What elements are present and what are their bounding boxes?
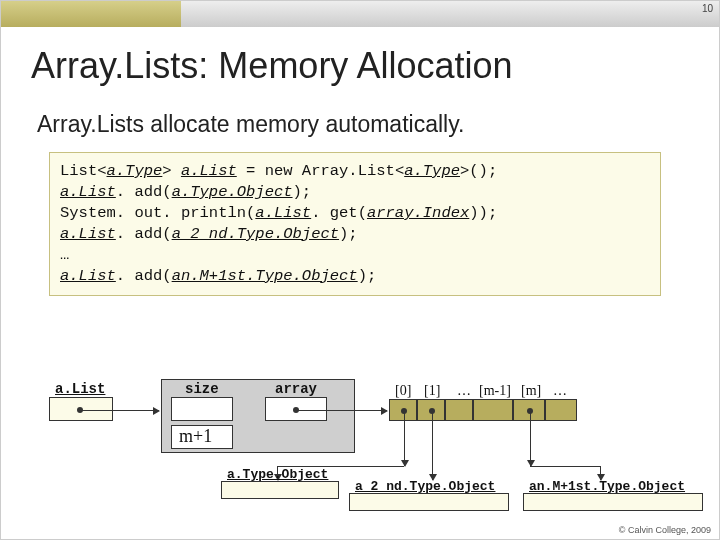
obj3-label: an.M+1st.Type.Object	[529, 479, 685, 494]
slide-subtitle: Array.Lists allocate memory automaticall…	[1, 87, 719, 138]
obj2-label: a 2 nd.Type.Object	[355, 479, 495, 494]
alist-label: a.List	[55, 381, 105, 397]
mplus1-text: m+1	[179, 426, 212, 447]
code-line-4: a.List. add(a 2 nd.Type.Object);	[60, 224, 650, 245]
idx-m: [m]	[521, 383, 541, 399]
idx-dots: …	[457, 383, 471, 399]
idx-1: [1]	[424, 383, 440, 399]
arrow-c1-obj2	[432, 412, 433, 480]
cell-m1	[473, 399, 513, 421]
arrow-cm-obj3-v2	[600, 466, 601, 480]
obj1-label: a.Type.Object	[227, 467, 328, 482]
arrow-cm-obj3-h	[530, 466, 600, 467]
idx-tail: …	[553, 383, 567, 399]
obj2-box	[349, 493, 509, 511]
memory-diagram: a.List size array m+1 [0] [1] … [m-1] [m…	[49, 379, 689, 519]
copyright: © Calvin College, 2009	[619, 525, 711, 535]
code-line-1: List<a.Type> a.List = new Array.List<a.T…	[60, 161, 650, 182]
cell-tail	[545, 399, 577, 421]
header-bar: 10	[1, 1, 719, 27]
arrow-c0-obj1-v	[404, 412, 405, 466]
cell-dots	[445, 399, 473, 421]
obj1-box	[221, 481, 339, 499]
page-number: 10	[702, 3, 713, 14]
header-right: 10	[181, 1, 719, 27]
code-block: List<a.Type> a.List = new Array.List<a.T…	[49, 152, 661, 296]
size-box	[171, 397, 233, 421]
idx-m1: [m-1]	[479, 383, 511, 399]
slide-title: Array.Lists: Memory Allocation	[1, 27, 719, 87]
idx-0: [0]	[395, 383, 411, 399]
header-accent	[1, 1, 181, 27]
arrow-alist-to-struct	[81, 410, 159, 411]
obj3-box	[523, 493, 703, 511]
size-label: size	[185, 381, 219, 397]
code-line-5: …	[60, 245, 650, 266]
arrow-array-to-cells	[297, 410, 387, 411]
code-line-6: a.List. add(an.M+1st.Type.Object);	[60, 266, 650, 287]
array-label: array	[275, 381, 317, 397]
code-line-2: a.List. add(a.Type.Object);	[60, 182, 650, 203]
arrow-cm-obj3-v	[530, 412, 531, 466]
code-line-3: System. out. println(a.List. get(array.I…	[60, 203, 650, 224]
